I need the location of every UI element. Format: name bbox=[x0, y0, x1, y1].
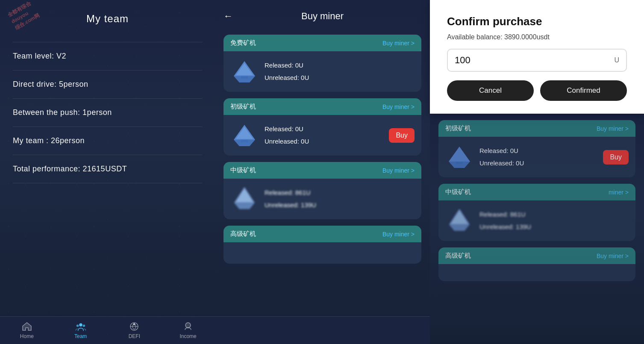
defi-icon bbox=[129, 321, 139, 332]
svg-rect-22 bbox=[456, 162, 463, 164]
miner-card-free: 免费矿机 Buy miner > Released: 0U Unreleased… bbox=[223, 35, 421, 92]
nav-defi[interactable]: DEFI bbox=[108, 321, 162, 339]
miner-card-mid: 中级矿机 Buy miner > Released: 861U Unreleas… bbox=[223, 162, 421, 219]
svg-point-0 bbox=[79, 323, 82, 326]
confirm-buttons: Cancel Confirmed bbox=[447, 80, 627, 101]
confirm-bg-content: 初级矿机 Buy miner > Released: 0U Unreleased… bbox=[430, 114, 644, 288]
svg-rect-19 bbox=[241, 203, 248, 206]
miner-card-header-basic: 初级矿机 Buy miner > bbox=[223, 98, 421, 115]
bg-miner-icon-basic bbox=[445, 143, 473, 171]
bg-miner-card-advanced: 高级矿机 Buy miner > bbox=[438, 247, 635, 281]
nav-income[interactable]: Income bbox=[161, 321, 215, 339]
nav-team[interactable]: Team bbox=[54, 321, 108, 339]
bg-miner-header-basic: 初级矿机 Buy miner > bbox=[438, 120, 635, 137]
svg-marker-24 bbox=[449, 224, 470, 231]
miner-name-basic: 初级矿机 bbox=[230, 103, 256, 111]
bg-released-basic: Released: 0U bbox=[479, 145, 597, 157]
confirm-title: Confirm purchase bbox=[447, 15, 627, 28]
bg-miner-header-advanced: 高级矿机 Buy miner > bbox=[438, 247, 635, 264]
buy-miner-link-basic[interactable]: Buy miner > bbox=[382, 103, 415, 110]
bg-miner-header-mid: 中级矿机 miner > bbox=[438, 184, 635, 200]
buy-button-basic[interactable]: Buy bbox=[389, 128, 415, 143]
miner-icon-mid bbox=[230, 185, 258, 213]
nav-team-label: Team bbox=[74, 333, 87, 339]
confirm-panel: Confirm purchase Available balance: 3890… bbox=[430, 0, 644, 344]
confirm-dialog: Confirm purchase Available balance: 3890… bbox=[430, 0, 644, 114]
watermark: 全都有综合douyou综合.com网 bbox=[4, 4, 64, 56]
team-panel: 全都有综合douyou综合.com网 My team Team level: V… bbox=[0, 0, 215, 344]
bg-miner-body-basic: Released: 0U Unreleased: 0U Buy bbox=[438, 137, 635, 177]
svg-point-7 bbox=[185, 323, 191, 328]
balance-label: Available balance: bbox=[447, 33, 503, 41]
nav-defi-label: DEFI bbox=[129, 333, 140, 339]
stat-between-push: Between the push: 1person bbox=[13, 99, 202, 127]
bg-unreleased-basic: Unreleased: 0U bbox=[479, 157, 597, 170]
bg-miner-body-mid: Released: 861U Unreleased: 139U bbox=[438, 200, 635, 241]
svg-marker-15 bbox=[236, 127, 253, 139]
miner-icon-free bbox=[230, 58, 258, 85]
svg-point-5 bbox=[133, 323, 135, 325]
miner-name-advanced: 高级矿机 bbox=[230, 230, 256, 238]
miner-card-header-advanced: 高级矿机 Buy miner > bbox=[223, 226, 421, 242]
miner-name-free: 免费矿机 bbox=[230, 39, 256, 47]
stat-direct-drive: Direct drive: 5person bbox=[13, 71, 202, 99]
unreleased-basic: Unreleased: 0U bbox=[265, 135, 382, 148]
miner-stats-basic: Released: 0U Unreleased: 0U bbox=[265, 123, 382, 147]
bg-buy-button-basic[interactable]: Buy bbox=[603, 150, 629, 165]
miner-list: 免费矿机 Buy miner > Released: 0U Unreleased… bbox=[215, 30, 430, 316]
nav-home-label: Home bbox=[20, 333, 34, 339]
confirm-input-row: U bbox=[447, 49, 627, 72]
bg-miner-body-advanced bbox=[438, 264, 635, 281]
bg-buy-miner-link-basic: Buy miner > bbox=[597, 125, 629, 132]
miner-card-body-basic: Released: 0U Unreleased: 0U Buy bbox=[223, 115, 421, 156]
bg-miner-stats-mid: Released: 861U Unreleased: 139U bbox=[479, 209, 629, 233]
team-icon bbox=[76, 321, 86, 332]
bg-released-mid: Released: 861U bbox=[479, 209, 629, 221]
buy-miner-link-advanced[interactable]: Buy miner > bbox=[382, 231, 415, 238]
buy-miner-link-free[interactable]: Buy miner > bbox=[382, 40, 415, 47]
miner-card-advanced: 高级矿机 Buy miner > bbox=[223, 226, 421, 264]
released-free: Released: 0U bbox=[265, 59, 415, 72]
miner-card-header-free: 免费矿机 Buy miner > bbox=[223, 35, 421, 51]
unreleased-mid: Unreleased: 139U bbox=[265, 199, 415, 212]
confirmed-button[interactable]: Confirmed bbox=[540, 80, 627, 101]
miner-stats-mid: Released: 861U Unreleased: 139U bbox=[265, 187, 415, 211]
svg-marker-11 bbox=[236, 63, 253, 75]
svg-point-1 bbox=[76, 324, 79, 327]
bg-miner-name-basic: 初级矿机 bbox=[445, 124, 471, 132]
team-stats: Team level: V2 Direct drive: 5person Bet… bbox=[0, 33, 215, 316]
back-button[interactable]: ← bbox=[223, 11, 233, 22]
confirm-balance: Available balance: 3890.0000usdt bbox=[447, 33, 627, 41]
stat-total-performance: Total performance: 21615USDT bbox=[13, 155, 202, 183]
svg-rect-10 bbox=[241, 76, 248, 79]
bg-miner-card-basic: 初级矿机 Buy miner > Released: 0U Unreleased… bbox=[438, 120, 635, 177]
stat-my-team: My team : 26person bbox=[13, 127, 202, 155]
cancel-button[interactable]: Cancel bbox=[447, 80, 534, 101]
miner-name-mid: 中级矿机 bbox=[230, 166, 256, 174]
bg-buy-miner-link-advanced: Buy miner > bbox=[597, 253, 629, 259]
bg-miner-name-mid: 中级矿机 bbox=[445, 188, 471, 196]
bottom-nav: Home Team bbox=[0, 316, 215, 344]
buy-miner-title: Buy miner bbox=[239, 11, 406, 22]
miner-card-body-free: Released: 0U Unreleased: 0U bbox=[223, 51, 421, 92]
svg-marker-18 bbox=[236, 189, 253, 202]
svg-marker-20 bbox=[449, 147, 470, 162]
nav-income-label: Income bbox=[179, 333, 196, 339]
confirm-currency: U bbox=[614, 56, 619, 64]
confirm-background: 初级矿机 Buy miner > Released: 0U Unreleased… bbox=[430, 114, 644, 344]
released-mid: Released: 861U bbox=[265, 187, 415, 199]
nav-home[interactable]: Home bbox=[0, 321, 54, 339]
buy-miner-link-mid[interactable]: Buy miner > bbox=[382, 167, 415, 174]
buy-header: ← Buy miner bbox=[215, 0, 430, 30]
miner-card-basic: 初级矿机 Buy miner > Released: 0U Unreleased… bbox=[223, 98, 421, 156]
miner-stats-free: Released: 0U Unreleased: 0U bbox=[265, 59, 415, 84]
released-basic: Released: 0U bbox=[265, 123, 382, 135]
unreleased-free: Unreleased: 0U bbox=[265, 72, 415, 84]
bg-miner-stats-basic: Released: 0U Unreleased: 0U bbox=[479, 145, 597, 169]
miner-icon-basic bbox=[230, 121, 258, 149]
confirm-amount-input[interactable] bbox=[455, 55, 614, 66]
svg-point-2 bbox=[82, 324, 85, 327]
home-icon bbox=[22, 321, 32, 332]
bg-miner-card-mid: 中级矿机 miner > Released: 861U Unreleased: … bbox=[438, 184, 635, 241]
svg-rect-14 bbox=[241, 140, 248, 142]
